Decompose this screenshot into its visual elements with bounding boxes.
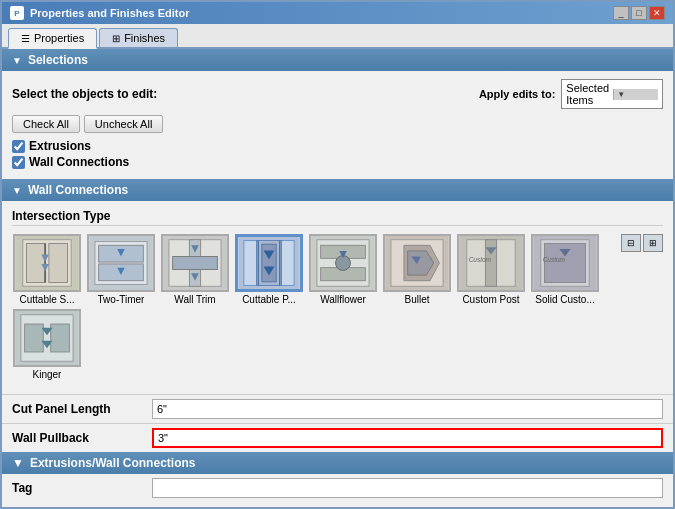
minimize-button[interactable]: _ [613,6,629,20]
title-bar-left: P Properties and Finishes Editor [10,6,190,20]
thumbnail-bullet-img [383,234,451,292]
thumbnail-wallflower[interactable]: Wallflower [308,234,378,305]
svg-rect-3 [49,243,68,282]
apply-dropdown[interactable]: Selected Items ▼ [561,79,663,109]
apply-label: Apply edits to: [479,88,555,100]
thumbnail-wall-trim-img [161,234,229,292]
svg-rect-49 [51,324,70,352]
thumbnail-wallflower-label: Wallflower [320,294,366,305]
finishes-tab-icon: ⊞ [112,33,120,44]
thumbnail-solid-custo-label: Solid Custo... [535,294,594,305]
window-title: Properties and Finishes Editor [30,7,190,19]
scroll-area[interactable]: ▼ Selections Select the objects to edit:… [2,49,673,507]
title-bar: P Properties and Finishes Editor _ □ ✕ [2,2,673,24]
selections-description: Select the objects to edit: [12,87,157,101]
thumbnail-custom-post[interactable]: Custom Custom Post [456,234,526,305]
thumbnail-two-timer[interactable]: Two-Timer [86,234,156,305]
wall-connections-header-label: Wall Connections [28,183,128,197]
properties-tab-icon: ☰ [21,33,30,44]
thumbnail-cuttable-s-img [13,234,81,292]
check-all-button[interactable]: Check All [12,115,80,133]
thumbnail-cuttable-s-label: Cuttable S... [19,294,74,305]
thumbnail-wall-trim[interactable]: Wall Trim [160,234,230,305]
close-button[interactable]: ✕ [649,6,665,20]
tab-bar: ☰ Properties ⊞ Finishes [2,24,673,49]
wall-connections-section-header: ▼ Wall Connections [2,179,673,201]
thumbnail-solid-custo-img: Custom [531,234,599,292]
thumbnail-kinger-label: Kinger [33,369,62,380]
selections-area: Select the objects to edit: Apply edits … [2,71,673,179]
svg-text:Custom: Custom [469,256,492,263]
grid-view-button[interactable]: ⊟ [621,234,641,252]
tag-row: Tag [2,474,673,502]
wall-connections-label: Wall Connections [29,155,129,169]
tab-finishes-label: Finishes [124,32,165,44]
apply-edits-area: Apply edits to: Selected Items ▼ [479,79,663,109]
selections-header-label: Selections [28,53,88,67]
thumbnail-wall-trim-label: Wall Trim [174,294,215,305]
thumbnail-grid: Cuttable S... Two-Timer [12,234,663,380]
tab-finishes[interactable]: ⊞ Finishes [99,28,178,47]
main-window: P Properties and Finishes Editor _ □ ✕ ☰… [0,0,675,509]
cut-panel-length-label: Cut Panel Length [12,402,152,416]
thumbnail-custom-post-img: Custom [457,234,525,292]
view-icons: ⊟ ⊞ [621,234,663,252]
thumbnail-kinger-img [13,309,81,367]
thumbnail-custom-post-label: Custom Post [462,294,519,305]
cut-panel-length-input[interactable] [152,399,663,419]
thumbnail-cuttable-p-img [235,234,303,292]
maximize-button[interactable]: □ [631,6,647,20]
wall-connections-chevron: ▼ [12,185,22,196]
apply-dropdown-value: Selected Items [566,82,609,106]
svg-rect-16 [173,256,218,269]
thumbnail-solid-custo[interactable]: Custom Solid Custo... [530,234,600,305]
uncheck-all-button[interactable]: Uncheck All [84,115,163,133]
thumbnail-cuttable-p[interactable]: Cuttable P... [234,234,304,305]
thumbnail-wallflower-img [309,234,377,292]
wall-connections-content: Intersection Type [2,201,673,394]
thumbnail-kinger[interactable]: Kinger [12,309,82,380]
tag-input[interactable] [152,478,663,498]
tab-properties-label: Properties [34,32,84,44]
extrusions-header-label: Extrusions/Wall Connections [30,456,196,470]
thumbnail-bullet[interactable]: Bullet [382,234,452,305]
thumbnail-bullet-label: Bullet [404,294,429,305]
svg-rect-48 [25,324,44,352]
extrusions-section-header: ▼ Extrusions/Wall Connections [2,452,673,474]
selections-chevron: ▼ [12,55,22,66]
extrusions-checkbox-row: Extrusions [12,139,663,153]
svg-rect-22 [262,244,276,282]
tab-properties[interactable]: ☰ Properties [8,28,97,49]
cut-panel-length-row: Cut Panel Length [2,394,673,423]
thumbnail-two-timer-img [87,234,155,292]
extrusions-checkbox[interactable] [12,140,25,153]
extrusions-label: Extrusions [29,139,91,153]
selections-section-header: ▼ Selections [2,49,673,71]
wall-pullback-input[interactable] [152,428,663,448]
intersection-type-title: Intersection Type [12,209,663,226]
wall-pullback-row: Wall Pullback [2,423,673,452]
dropdown-arrow-icon: ▼ [613,89,658,100]
wall-connections-checkbox[interactable] [12,156,25,169]
wall-connections-checkbox-row: Wall Connections [12,155,663,169]
extrusions-chevron: ▼ [12,456,24,470]
list-view-button[interactable]: ⊞ [643,234,663,252]
title-bar-controls: _ □ ✕ [613,6,665,20]
window-icon: P [10,6,24,20]
thumbnail-cuttable-p-label: Cuttable P... [242,294,296,305]
wall-pullback-label: Wall Pullback [12,431,152,445]
thumbnail-two-timer-label: Two-Timer [98,294,145,305]
check-buttons-row: Check All Uncheck All [12,115,663,133]
selections-top: Select the objects to edit: Apply edits … [12,79,663,109]
svg-text:Custom: Custom [543,256,566,263]
tag-label: Tag [12,481,152,495]
svg-rect-2 [27,243,46,282]
thumbnail-cuttable-s[interactable]: Cuttable S... [12,234,82,305]
